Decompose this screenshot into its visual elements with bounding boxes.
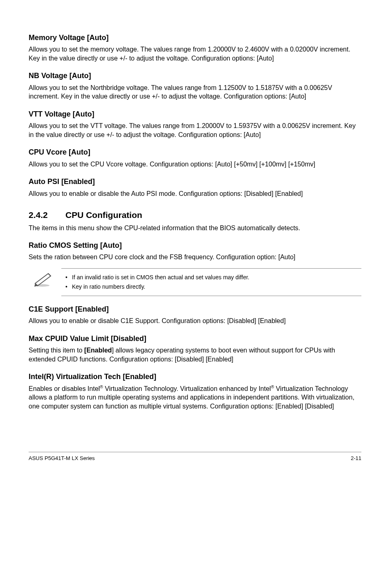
section-body-cpu-configuration: The items in this menu show the CPU-rela… — [29, 224, 361, 233]
heading-auto-psi: Auto PSI [Enabled] — [29, 177, 361, 186]
body-nb-voltage: Allows you to set the Northbridge voltag… — [29, 83, 361, 101]
body-memory-voltage: Allows you to set the memory voltage. Th… — [29, 45, 361, 63]
note-bullet-2: Key in ratio numbers directly. — [68, 283, 361, 291]
text-part2: Virtualization Technology. Virtualizatio… — [103, 385, 271, 392]
body-max-cpuid: Setting this item to [Enabled] allows le… — [29, 346, 361, 364]
heading-virtualization: Intel(R) Virtualization Tech [Enabled] — [29, 372, 361, 382]
heading-vtt-voltage: VTT Voltage [Auto] — [29, 109, 361, 119]
text-pre: Setting this item to — [29, 347, 84, 354]
heading-cpu-vcore: CPU Vcore [Auto] — [29, 147, 361, 157]
section-title: CPU Configuration — [65, 210, 142, 220]
svg-line-3 — [48, 274, 51, 276]
body-c1e-support: Allows you to enable or disable C1E Supp… — [29, 316, 361, 325]
body-vtt-voltage: Allows you to set the VTT voltage. The v… — [29, 121, 361, 139]
text-bold-enabled: [Enabled — [84, 347, 112, 354]
heading-max-cpuid: Max CPUID Value Limit [Disabled] — [29, 334, 361, 343]
heading-ratio-cmos: Ratio CMOS Setting [Auto] — [29, 240, 361, 250]
body-cpu-vcore: Allows you to set the CPU Vcore voltage.… — [29, 160, 361, 169]
heading-nb-voltage: NB Voltage [Auto] — [29, 71, 361, 81]
body-auto-psi: Allows you to enable or disable the Auto… — [29, 189, 361, 198]
note-bullet-1: If an invalid ratio is set in CMOS then … — [68, 274, 361, 281]
registered-icon: ® — [100, 385, 103, 389]
page-footer: ASUS P5G41T-M LX Series 2-11 — [29, 452, 361, 462]
heading-c1e-support: C1E Support [Enabled] — [29, 304, 361, 314]
text-part1: Enables or disables Intel — [29, 385, 100, 392]
heading-memory-voltage: Memory Voltage [Auto] — [29, 33, 361, 43]
footer-right: 2-11 — [351, 455, 361, 462]
section-heading-cpu-configuration: 2.4.2CPU Configuration — [29, 209, 361, 221]
note-block: If an invalid ratio is set in CMOS then … — [61, 268, 361, 296]
section-number: 2.4.2 — [29, 209, 65, 221]
body-ratio-cmos: Sets the ration between CPU core clock a… — [29, 253, 361, 262]
footer-left: ASUS P5G41T-M LX Series — [29, 455, 95, 462]
pencil-icon — [33, 271, 53, 287]
body-virtualization: Enables or disables Intel® Virtualizatio… — [29, 384, 361, 411]
svg-marker-1 — [35, 274, 51, 286]
